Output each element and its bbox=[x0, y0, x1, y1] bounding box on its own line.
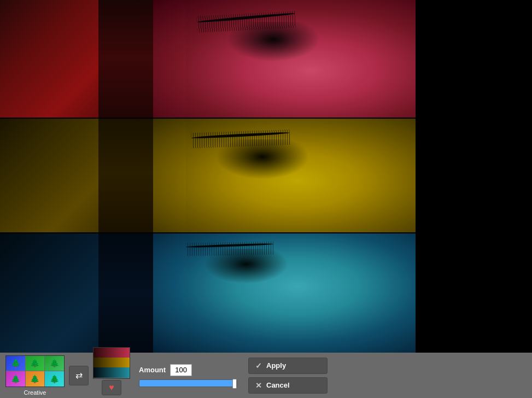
grayson-thumbnail[interactable] bbox=[93, 347, 130, 379]
yellow-strip bbox=[0, 118, 416, 232]
amount-value[interactable]: 100 bbox=[170, 364, 192, 376]
amount-control: Amount 100 bbox=[139, 364, 237, 387]
action-buttons: ✓ Apply ✕ Cancel bbox=[248, 358, 328, 394]
apply-label: Apply bbox=[266, 361, 286, 370]
separator-1 bbox=[0, 118, 416, 119]
shuffle-icon: ⇄ bbox=[75, 370, 83, 381]
amount-slider[interactable] bbox=[139, 379, 237, 387]
amount-label: Amount bbox=[139, 366, 166, 374]
cyan-face bbox=[153, 232, 416, 353]
slider-fill bbox=[139, 380, 237, 387]
tree-icon-4: 🌲 bbox=[6, 371, 25, 387]
tree-icon-1: 🌲 bbox=[6, 356, 25, 371]
grid-cell-3[interactable]: 🌲 bbox=[45, 356, 64, 371]
yellow-face bbox=[153, 118, 416, 232]
thumb-cyan bbox=[93, 367, 130, 378]
grid-cell-2[interactable]: 🌲 bbox=[26, 356, 45, 371]
grayson-panel: ♥ Grayson bbox=[93, 347, 130, 399]
cancel-label: Cancel bbox=[266, 381, 290, 389]
slider-thumb[interactable] bbox=[232, 379, 237, 389]
cancel-button[interactable]: ✕ Cancel bbox=[248, 377, 328, 394]
toolbar: 🌲 🌲 🌲 🌲 🌲 🌲 Creative ⇄ bbox=[0, 353, 532, 398]
tree-icon-3: 🌲 bbox=[45, 356, 64, 371]
thumb-red bbox=[93, 348, 130, 358]
tree-icon-6: 🌲 bbox=[45, 371, 64, 387]
favorite-button[interactable]: ♥ bbox=[102, 380, 121, 395]
x-icon: ✕ bbox=[255, 381, 262, 390]
grid-cell-5[interactable]: 🌲 bbox=[26, 371, 45, 387]
grid-cell-4[interactable]: 🌲 bbox=[6, 371, 25, 387]
separator-2 bbox=[0, 232, 416, 233]
thumb-yellow bbox=[93, 358, 130, 367]
creative-panel: 🌲 🌲 🌲 🌲 🌲 🌲 Creative bbox=[5, 355, 65, 396]
amount-row: Amount 100 bbox=[139, 364, 237, 376]
creative-label: Creative bbox=[24, 389, 46, 396]
creative-grid[interactable]: 🌲 🌲 🌲 🌲 🌲 🌲 bbox=[5, 355, 65, 387]
check-icon: ✓ bbox=[255, 361, 262, 370]
shuffle-button[interactable]: ⇄ bbox=[69, 366, 89, 385]
apply-button[interactable]: ✓ Apply bbox=[248, 358, 328, 374]
heart-icon: ♥ bbox=[109, 383, 114, 393]
tree-icon-5: 🌲 bbox=[26, 371, 45, 387]
grid-cell-6[interactable]: 🌲 bbox=[45, 371, 64, 387]
main-canvas bbox=[0, 0, 532, 353]
cyan-strip bbox=[0, 232, 416, 353]
red-strip bbox=[0, 0, 416, 118]
tree-icon-2: 🌲 bbox=[26, 356, 45, 371]
red-face bbox=[153, 0, 416, 118]
grid-cell-1[interactable]: 🌲 bbox=[6, 356, 25, 371]
